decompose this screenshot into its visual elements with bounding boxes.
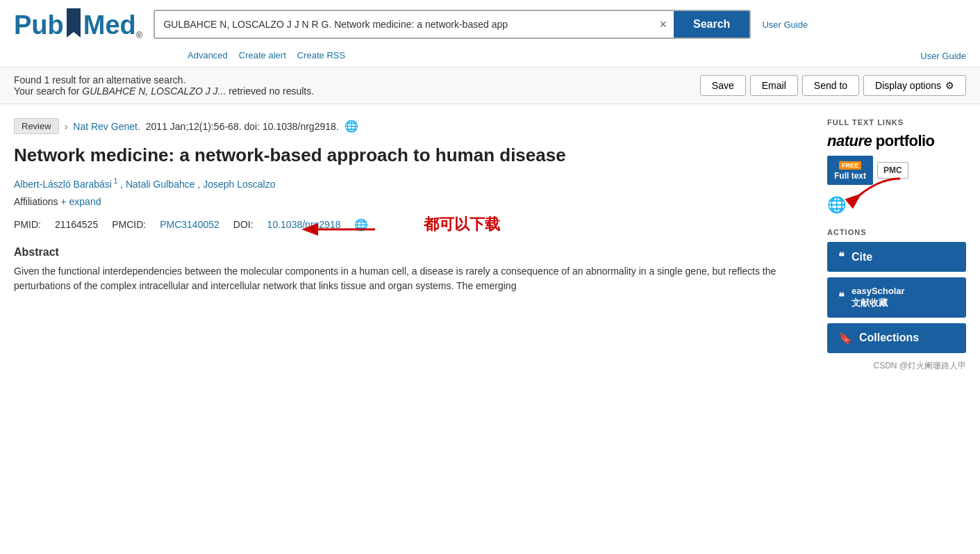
- main-content: Review › Nat Rev Genet. 2011 Jan;12(1):5…: [0, 104, 980, 386]
- pubmed-logo[interactable]: Pub Med ®: [14, 8, 142, 40]
- send-to-button[interactable]: Send to: [802, 75, 859, 96]
- create-rss-link[interactable]: Create RSS: [297, 50, 345, 61]
- abstract-section: Abstract Given the functional interdepen…: [14, 246, 813, 293]
- search-clear-button[interactable]: ×: [652, 12, 674, 38]
- nature-text: nature: [827, 132, 872, 149]
- save-button[interactable]: Save: [700, 75, 746, 96]
- query-prefix: Your search for: [14, 85, 82, 97]
- display-options-button[interactable]: Display options ⚙: [863, 75, 966, 96]
- easyscolar-line2: 文献收藏: [852, 298, 888, 308]
- author-1-link[interactable]: Albert-László Barabási: [14, 178, 112, 189]
- search-bar: × Search: [153, 10, 751, 39]
- pmid-value: 21164525: [55, 219, 98, 230]
- collections-label: Collections: [859, 332, 919, 344]
- author-separator-1: ,: [120, 178, 126, 189]
- abstract-text: Given the functional interdependencies b…: [14, 264, 813, 293]
- easyscolar-line1: easyScholar: [852, 286, 905, 296]
- easyscolar-button[interactable]: ❝ easyScholar 文献收藏: [827, 277, 966, 318]
- free-badge: FREE: [839, 161, 861, 170]
- pmcid-link[interactable]: PMC3140052: [160, 219, 219, 230]
- svg-marker-0: [67, 8, 81, 38]
- review-badge: Review: [14, 118, 59, 134]
- cite-button[interactable]: ❝ Cite: [827, 242, 966, 272]
- results-bar: Found 1 result for an alternative search…: [0, 67, 980, 104]
- abstract-title: Abstract: [14, 246, 813, 259]
- watermark: CSDN @灯火阑珊路人甲: [827, 360, 966, 372]
- full-text-links-label: FULL TEXT LINKS: [827, 118, 966, 127]
- chevron-icon: ›: [65, 121, 68, 132]
- create-alert-link[interactable]: Create alert: [239, 50, 286, 61]
- nature-portfolio-logo: nature portfolio: [827, 132, 966, 150]
- no-results-text: retrieved no results.: [226, 85, 314, 97]
- author-1-sup: 1: [112, 177, 117, 185]
- red-arrow-doi: [299, 219, 382, 240]
- bookmark-icon: 🔖: [838, 332, 852, 345]
- author-2-link[interactable]: Natali Gulbahce: [126, 178, 195, 189]
- search-input[interactable]: [155, 12, 652, 37]
- logo-pub: Pub: [14, 10, 64, 40]
- expand-affiliations-link[interactable]: + expand: [60, 196, 101, 207]
- article-meta-text: 2011 Jan;12(1):56-68. doi: 10.1038/nrg29…: [146, 121, 339, 132]
- user-guide-link-2[interactable]: User Guide: [920, 51, 966, 61]
- red-arrow-globe: [845, 175, 907, 210]
- header-links: Advanced Create alert Create RSS User Gu…: [14, 46, 966, 67]
- query-italic: GULBAHCE N, LOSCALZO J J...: [82, 85, 226, 97]
- doi-label: DOI:: [233, 219, 254, 230]
- globe-icon-sidebar[interactable]: 🌐: [827, 196, 846, 213]
- chinese-annotation: 都可以下载: [424, 214, 500, 235]
- ids-row: PMID: 21164525 PMCID: PMC3140052 DOI: 10…: [14, 214, 813, 235]
- collections-button[interactable]: 🔖 Collections: [827, 323, 966, 353]
- logo-med: Med: [83, 10, 136, 40]
- globe-sidebar-area: 🌐: [827, 196, 966, 214]
- author-separator-2: ,: [197, 178, 203, 189]
- header-top: Pub Med ® × Search User Guide: [14, 8, 966, 40]
- article-meta: Review › Nat Rev Genet. 2011 Jan;12(1):5…: [14, 118, 813, 134]
- cite-icon: ❝: [838, 250, 845, 263]
- portfolio-text: portfolio: [872, 132, 934, 149]
- article-content: Review › Nat Rev Genet. 2011 Jan;12(1):5…: [14, 118, 813, 372]
- user-guide-container: User Guide: [920, 50, 966, 61]
- cite-label: Cite: [852, 251, 872, 263]
- actions-label: ACTIONS: [827, 228, 966, 236]
- header-links-left: Advanced Create alert Create RSS: [188, 50, 345, 61]
- journal-link[interactable]: Nat Rev Genet.: [73, 121, 140, 132]
- easyscolar-text: easyScholar 文献收藏: [852, 286, 905, 309]
- gear-icon: ⚙: [945, 80, 954, 91]
- pmid-label: PMID:: [14, 219, 41, 230]
- email-button[interactable]: Email: [750, 75, 798, 96]
- authors: Albert-László Barabási 1 , Natali Gulbah…: [14, 177, 813, 190]
- affiliations-label: Affiliations: [14, 196, 58, 207]
- query-text: Your search for GULBAHCE N, LOSCALZO J J…: [14, 85, 314, 97]
- easyscolar-icon: ❝: [838, 291, 845, 304]
- user-guide-link[interactable]: User Guide: [762, 19, 808, 30]
- affiliations: Affiliations + expand: [14, 196, 813, 207]
- pmcid-label: PMCID:: [112, 219, 146, 230]
- results-text-area: Found 1 result for an alternative search…: [14, 74, 314, 97]
- author-3-link[interactable]: Joseph Loscalzo: [203, 178, 275, 189]
- search-submit-button[interactable]: Search: [674, 11, 749, 38]
- found-text: Found 1 result for an alternative search…: [14, 74, 314, 85]
- advanced-link[interactable]: Advanced: [188, 50, 228, 61]
- logo-bookmark-icon: [64, 8, 83, 40]
- logo-area: Pub Med ®: [14, 8, 142, 40]
- header: Pub Med ® × Search User Guide Advanced C…: [0, 0, 980, 67]
- display-options-label: Display options: [875, 80, 941, 91]
- globe-icon-1[interactable]: 🌐: [344, 120, 358, 133]
- logo-registered: ®: [136, 30, 143, 40]
- sidebar: FULL TEXT LINKS nature portfolio FREE Fu…: [827, 118, 966, 372]
- article-title: Network medicine: a network-based approa…: [14, 144, 813, 168]
- action-buttons: Save Email Send to Display options ⚙: [700, 75, 966, 96]
